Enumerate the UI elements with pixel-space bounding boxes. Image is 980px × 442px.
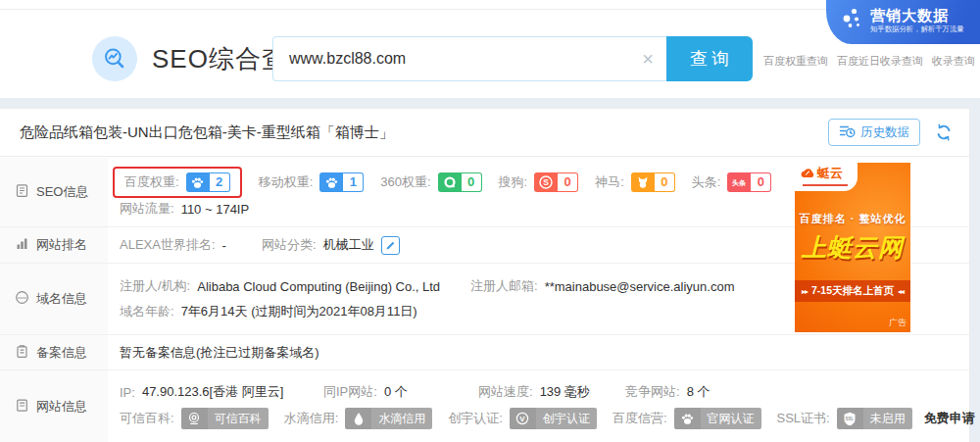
ad-headline: 百度排名 · 整站优化: [795, 212, 910, 226]
same-ip-sites-value: 0 个: [384, 383, 408, 401]
link-index-query[interactable]: 收录查询: [932, 54, 975, 69]
site-category-label: 网站分类:: [262, 236, 317, 254]
weight-value: 0: [462, 172, 482, 192]
cert-badge-text: 官网认证: [701, 408, 761, 429]
clear-icon[interactable]: ×: [629, 49, 666, 69]
svg-text:V: V: [520, 415, 526, 423]
svg-text:头条: 头条: [732, 179, 746, 187]
domain-age-label: 域名年龄:: [120, 303, 174, 320]
ssl-cert-badge[interactable]: SSL 未启用: [837, 408, 912, 429]
arrow-right-icon: ▸▸: [802, 287, 808, 296]
cert-chuangyu: 创宇认证: V 创宇认证: [448, 408, 597, 429]
weight-label: 移动权重:: [259, 173, 314, 191]
baidu-paw-icon: [319, 172, 343, 192]
ad-main-slogan: 上蜓云网: [795, 231, 910, 264]
ad-tag: 广告: [889, 317, 906, 329]
cert-badge-text: 可信百科: [208, 408, 269, 429]
ad-banner[interactable]: 蜓云 百度排名 · 整站优化 上蜓云网 ▸▸ 7-15天排名上首页 ◂◂ 广告: [795, 163, 910, 332]
traffic-value: 110 ~ 174IP: [181, 202, 250, 217]
weight-value: 1: [343, 172, 364, 192]
competitor-sites-label: 竞争网站:: [625, 383, 680, 401]
link-baidu-weight-query[interactable]: 百度权重查询: [763, 54, 828, 69]
weight-value: 0: [558, 172, 578, 192]
mobile-weight-badge[interactable]: 1: [319, 172, 364, 192]
svg-text:S: S: [543, 177, 549, 187]
table-row-icp-info: 备案信息 暂无备案信息(抢注已过期备案域名): [0, 335, 969, 370]
emblem-icon: [181, 408, 208, 429]
weight-360: 360权重: 0: [380, 172, 481, 192]
table-row-site-info: 网站信息 IP: 47.90.123.6[香港 阿里云] 同IP网站: 0 个 …: [0, 370, 969, 442]
weight-label: 百度权重:: [124, 173, 179, 191]
free-apply-link[interactable]: 免费申请: [924, 410, 975, 427]
cert-badge-text: 未启用: [863, 408, 912, 429]
cert-label: 水滴信用:: [284, 410, 339, 427]
cert-ssl: SSL证书: SSL 未启用: [777, 408, 912, 429]
row-label-text: 网站排名: [36, 236, 87, 254]
cert-badge-text: 水滴信用: [371, 408, 432, 429]
registrant-email-label: 注册人邮箱:: [470, 277, 538, 295]
baidu-official-cert-badge[interactable]: 官网认证: [674, 408, 761, 429]
row-label-text: 网站信息: [36, 398, 87, 416]
icp-status-text: 暂无备案信息(抢注已过期备案域名): [120, 344, 319, 362]
baidu-weight-highlight-box: 百度权重: 2: [113, 167, 242, 198]
link-baidu-recent-index-query[interactable]: 百度近日收录查询: [837, 54, 923, 69]
traffic-label: 网站流量:: [120, 200, 174, 218]
site-speed-value: 139 毫秒: [540, 383, 590, 401]
edit-pencil-icon[interactable]: [381, 236, 400, 255]
weight-label: 头条:: [692, 173, 721, 191]
360-ring-icon: [438, 172, 462, 192]
baidu-weight-badge[interactable]: 2: [186, 172, 230, 192]
result-card: 危险品纸箱包装-UN出口危包箱-美卡-重型纸箱「箱博士」 历史数据: [0, 108, 970, 442]
ip-value: 47.90.123.6[香港 阿里云]: [142, 383, 284, 401]
magnifier-chart-icon: [92, 36, 137, 81]
history-data-label: 历史数据: [860, 124, 909, 141]
sogou-weight-badge[interactable]: S 0: [534, 172, 578, 192]
svg-text:www: www: [18, 295, 27, 300]
weight-mobile: 移动权重: 1: [259, 172, 365, 192]
ad-logo-tagline-bar: [803, 184, 848, 186]
same-ip-sites-label: 同IP网站:: [323, 383, 377, 401]
toutiao-weight-badge[interactable]: 头条 0: [727, 172, 771, 192]
v-circle-icon: V: [510, 408, 536, 429]
row-label-domain-info: www 域名信息: [0, 264, 108, 334]
svg-text:SSL: SSL: [846, 417, 855, 421]
cert-label: SSL证书:: [777, 410, 830, 427]
ad-promo-text: 7-15天排名上首页: [811, 284, 894, 298]
waterdrop-credit-badge[interactable]: 水滴信用: [345, 408, 432, 429]
history-data-button[interactable]: 历史数据: [828, 119, 920, 146]
search-box: ×: [272, 36, 666, 81]
www-globe-icon: www: [15, 290, 29, 308]
search-input[interactable]: [273, 37, 629, 80]
registrant-label: 注册人/机构:: [120, 277, 190, 295]
clipboard-icon: [15, 344, 29, 362]
query-button[interactable]: 查询: [666, 36, 753, 81]
shenma-weight-badge[interactable]: 0: [631, 172, 675, 192]
waterdrop-icon: [345, 408, 371, 429]
registrant-value: Alibaba Cloud Computing (Beijing) Co., L…: [197, 279, 440, 294]
chuangyu-cert-badge[interactable]: V 创宇认证: [510, 408, 597, 429]
weight-sogou: 搜狗: S 0: [499, 172, 579, 192]
document-icon: [15, 183, 29, 201]
site-speed-label: 网站速度:: [478, 383, 533, 401]
site-category-value: 机械工业: [323, 236, 374, 254]
weight-value: 0: [655, 172, 675, 192]
ip-label: IP:: [120, 385, 135, 400]
cloud-logo-icon: [800, 165, 815, 182]
row-label-text: 域名信息: [36, 290, 87, 308]
cert-label: 百度信营:: [612, 410, 667, 427]
refresh-icon[interactable]: [932, 121, 956, 144]
result-card-header: 危险品纸箱包装-UN出口危包箱-美卡-重型纸箱「箱博士」 历史数据: [0, 109, 969, 157]
header-links: 百度权重查询 百度近日收录查询 收录查询: [763, 54, 975, 69]
trusted-encyclopedia-badge[interactable]: 可信百科: [181, 408, 269, 429]
queried-site-title: 危险品纸箱包装-UN出口危包箱-美卡-重型纸箱「箱博士」: [20, 123, 394, 142]
marketing-bigdata-banner[interactable]: 营销大数据 知乎数据分析，解析千万流量: [826, 0, 980, 44]
row-label-text: SEO信息: [36, 183, 88, 201]
cert-label: 创宇认证:: [448, 410, 503, 427]
baidu-paw-icon: [186, 172, 210, 192]
weight-label: 搜狗:: [499, 173, 528, 191]
weight-360-badge[interactable]: 0: [438, 172, 482, 192]
ribbon-title: 营销大数据: [870, 7, 972, 25]
weight-value: 2: [210, 172, 230, 192]
sogou-s-icon: S: [534, 172, 558, 192]
cert-label: 可信百科:: [120, 410, 174, 427]
